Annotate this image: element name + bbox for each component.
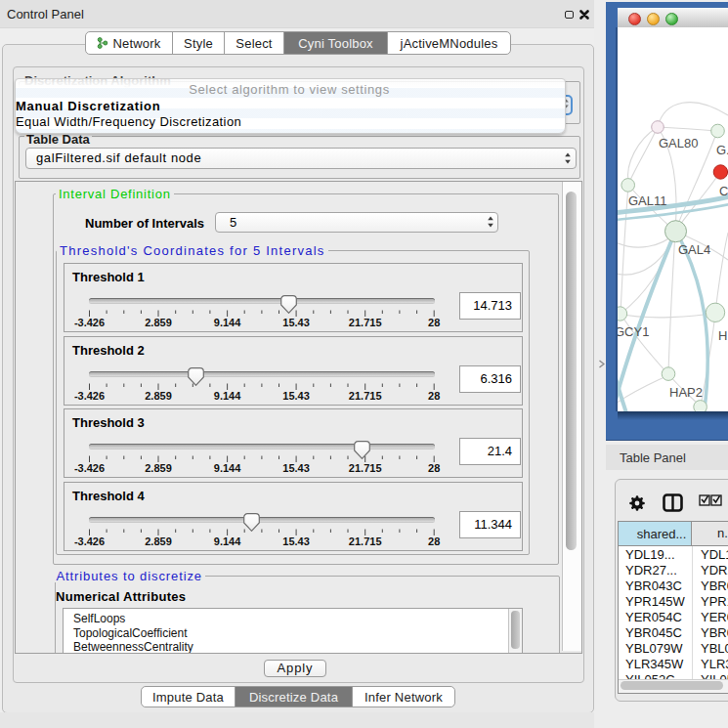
svg-text:GAL80: GAL80 (659, 136, 698, 150)
svg-text:GCY1: GCY1 (618, 324, 649, 339)
svg-text:H: H (718, 328, 727, 343)
svg-text:GAL4: GAL4 (678, 242, 710, 257)
svg-text:GAL11: GAL11 (628, 193, 667, 208)
svg-text:C: C (719, 184, 728, 198)
svg-text:HAP2: HAP2 (669, 385, 703, 400)
svg-text:G...: G... (716, 143, 728, 157)
